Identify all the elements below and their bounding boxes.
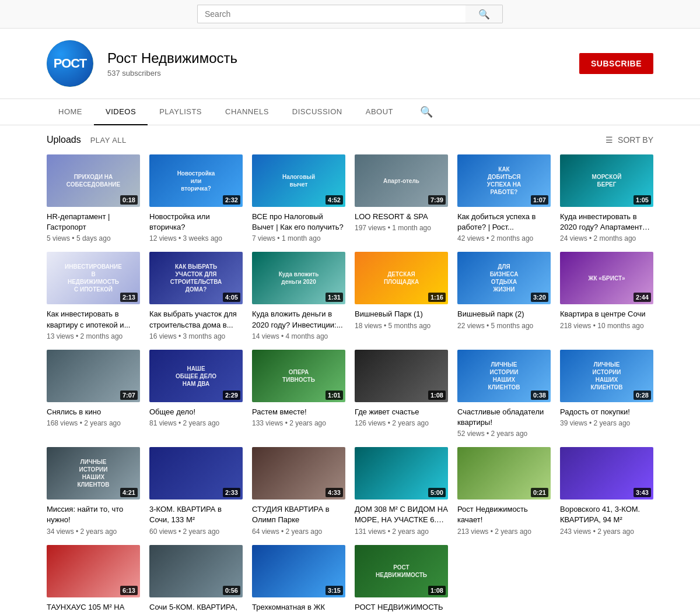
video-thumbnail: КАК ВЫБРАТЬ УЧАСТОК ДЛЯ СТРОИТЕЛЬСТВА ДО… bbox=[149, 252, 243, 304]
thumb-overlay-text: КАК ВЫБРАТЬ УЧАСТОК ДЛЯ СТРОИТЕЛЬСТВА ДО… bbox=[168, 261, 224, 296]
video-card[interactable]: ЛИЧНЫЕ ИСТОРИИ НАШИХ КЛИЕНТОВ 0:28 Радос… bbox=[560, 350, 653, 438]
video-meta: 168 views • 2 years ago bbox=[47, 419, 140, 427]
video-meta: 12 views • 3 weeks ago bbox=[149, 234, 243, 242]
video-meta: 126 views • 2 years ago bbox=[355, 419, 448, 427]
video-thumbnail: ЖК «БРИСТ» 2:44 bbox=[560, 252, 653, 304]
video-card[interactable]: ЛИЧНЫЕ ИСТОРИИ НАШИХ КЛИЕНТОВ 4:21 Мисси… bbox=[47, 447, 140, 535]
channel-nav: HOME VIDEOS PLAYLISTS CHANNELS DISCUSSIO… bbox=[0, 99, 700, 125]
video-card[interactable]: Апарт-отель 7:39 LOO RESORT & SPA 197 vi… bbox=[355, 154, 448, 242]
video-thumbnail: Куда вложить деньги 2020 1:31 bbox=[252, 252, 345, 304]
video-card[interactable]: 0:21 Рост Недвижимость качает! 213 views… bbox=[457, 447, 551, 535]
video-card[interactable]: ДЕТСКАЯ ПЛОЩАДКА 1:16 Вишневый Парк (1) … bbox=[355, 252, 448, 340]
video-card[interactable]: 6:13 ТАУНХАУС 105 М² НА УЧАСТКЕ 40 СОТ. … bbox=[47, 545, 140, 613]
tab-videos[interactable]: VIDEOS bbox=[94, 99, 148, 125]
video-card[interactable]: 7:07 Снялись в кино 168 views • 2 years … bbox=[47, 350, 140, 438]
subscribe-button[interactable]: SUBSCRIBE bbox=[579, 53, 653, 74]
thumb-overlay-text bbox=[296, 471, 301, 476]
channel-header: РОСТ Рост Недвижимость 537 subscribers S… bbox=[0, 29, 700, 99]
video-title: LOO RESORT & SPA bbox=[355, 212, 448, 222]
thumb-overlay-text: ЛИЧНЫЕ ИСТОРИИ НАШИХ КЛИЕНТОВ bbox=[70, 456, 117, 491]
thumb-overlay-text: ДЕТСКАЯ ПЛОЩАДКА bbox=[378, 268, 425, 288]
search-input[interactable] bbox=[197, 5, 466, 23]
tab-channels[interactable]: CHANNELS bbox=[214, 99, 281, 125]
video-title: Вишневый Парк (1) bbox=[355, 309, 448, 319]
video-duration: 1:05 bbox=[634, 195, 651, 205]
video-card[interactable]: Новостройка или вторичка? 2:32 Новострой… bbox=[149, 154, 243, 242]
tab-playlists[interactable]: PLAYLISTS bbox=[148, 99, 214, 125]
video-duration: 3:20 bbox=[531, 293, 548, 302]
video-duration: 5:00 bbox=[428, 488, 446, 497]
thumb-overlay-text bbox=[399, 374, 404, 378]
video-duration: 1:01 bbox=[326, 391, 343, 400]
video-duration: 4:05 bbox=[223, 293, 240, 302]
video-meta: 52 views • 2 years ago bbox=[457, 430, 551, 438]
video-title: Миссия: найти то, что нужно! bbox=[47, 504, 140, 525]
play-all-button[interactable]: PLAY ALL bbox=[90, 136, 127, 145]
video-duration: 0:21 bbox=[531, 488, 548, 497]
video-card[interactable]: ОПЕРА ТИВНОСТЬ 1:01 Растем вместе! 133 v… bbox=[252, 350, 345, 438]
video-duration: 1:08 bbox=[428, 586, 446, 595]
video-card[interactable]: Куда вложить деньги 2020 1:31 Куда вложи… bbox=[252, 252, 345, 340]
video-card[interactable]: ПРИХОДИ НА СОБЕСЕДОВАНИЕ 0:18 HR-департа… bbox=[47, 154, 140, 242]
video-meta: 64 views • 2 years ago bbox=[252, 527, 345, 536]
sort-icon: ☰ bbox=[606, 135, 613, 145]
video-card[interactable]: МОРСКОЙ БЕРЕГ 1:05 Куда инвестировать в … bbox=[560, 154, 653, 242]
video-thumbnail: 3:15 bbox=[252, 545, 345, 597]
video-title: Где живет счастье bbox=[355, 407, 448, 417]
video-duration: 4:21 bbox=[120, 488, 138, 497]
video-meta: 16 views • 3 months ago bbox=[149, 332, 243, 340]
video-title: Куда инвестировать в 2020 году? Апартаме… bbox=[560, 212, 653, 233]
video-duration: 3:15 bbox=[326, 586, 343, 595]
video-meta: 213 views • 2 years ago bbox=[457, 527, 551, 536]
video-duration: 3:43 bbox=[634, 488, 651, 497]
tab-about[interactable]: ABOUT bbox=[354, 99, 405, 125]
video-card[interactable]: КАК ДОБИТЬСЯ УСПЕХА НА РАБОТЕ? 1:07 Как … bbox=[457, 154, 551, 242]
thumb-overlay-text bbox=[91, 569, 96, 574]
video-card[interactable]: Налоговый вычет 4:52 ВСЕ про Налоговый В… bbox=[252, 154, 345, 242]
video-meta: 13 views • 2 months ago bbox=[47, 332, 140, 340]
video-duration: 2:32 bbox=[223, 195, 240, 205]
video-title: Куда вложить деньги в 2020 году? Инвести… bbox=[252, 309, 345, 330]
video-card[interactable]: 0:56 Сочи 5-КОМ. КВАРТИРА, 286 М² 36 vie… bbox=[149, 545, 243, 613]
video-title: Счастливые обладатели квартиры! bbox=[457, 407, 551, 428]
video-card[interactable]: ЖК «БРИСТ» 2:44 Квартира в центре Сочи 2… bbox=[560, 252, 653, 340]
video-meta: 24 views • 2 months ago bbox=[560, 234, 653, 242]
video-meta: 14 views • 4 months ago bbox=[252, 332, 345, 340]
video-meta: 131 views • 2 years ago bbox=[355, 527, 448, 536]
uploads-label: Uploads bbox=[47, 135, 81, 145]
video-meta: 5 views • 5 days ago bbox=[47, 234, 140, 242]
video-title: Как выбрать участок для строительства до… bbox=[149, 309, 243, 330]
video-card[interactable]: 4:33 СТУДИЯ КВАРТИРА в Олимп Парке 64 vi… bbox=[252, 447, 345, 535]
video-card[interactable]: НАШЕ ОБЩЕЕ ДЕЛО НАМ ДВА 2:29 Общее дело!… bbox=[149, 350, 243, 438]
search-button[interactable]: 🔍 bbox=[466, 5, 503, 23]
video-card[interactable]: ИНВЕСТИРОВАНИЕ В НЕДВИЖИМОСТЬ С ИПОТЕКОЙ… bbox=[47, 252, 140, 340]
video-card[interactable]: КАК ВЫБРАТЬ УЧАСТОК ДЛЯ СТРОИТЕЛЬСТВА ДО… bbox=[149, 252, 243, 340]
video-card[interactable]: 2:33 3-КОМ. КВАРТИРА в Сочи, 133 М² 60 v… bbox=[149, 447, 243, 535]
video-thumbnail: 6:13 bbox=[47, 545, 140, 597]
video-duration: 1:31 bbox=[326, 293, 343, 302]
video-duration: 7:07 bbox=[120, 391, 138, 400]
video-card[interactable]: РОСТ НЕДВИЖИМОСТЬ 1:08 РОСТ НЕДВИЖИМОСТЬ… bbox=[355, 545, 448, 613]
sort-by-control[interactable]: ☰ SORT BY bbox=[606, 135, 653, 145]
video-duration: 4:52 bbox=[326, 195, 343, 205]
thumb-overlay-text bbox=[296, 569, 301, 574]
video-title: Рост Недвижимость качает! bbox=[457, 504, 551, 525]
nav-search-icon[interactable]: 🔍 bbox=[414, 100, 439, 124]
video-card[interactable]: ЛИЧНЫЕ ИСТОРИИ НАШИХ КЛИЕНТОВ 0:38 Счаст… bbox=[457, 350, 551, 438]
channel-subscribers: 537 subscribers bbox=[107, 69, 579, 78]
video-title: Трехкомнатная в ЖК Новая Александрия bbox=[252, 602, 345, 613]
video-card[interactable]: 1:08 Где живет счастье 126 views • 2 yea… bbox=[355, 350, 448, 438]
tab-discussion[interactable]: DISCUSSION bbox=[281, 99, 354, 125]
video-thumbnail: 4:33 bbox=[252, 447, 345, 500]
search-bar: 🔍 bbox=[0, 0, 700, 29]
video-thumbnail: 5:00 bbox=[355, 447, 448, 500]
thumb-overlay-text: Апарт-отель bbox=[381, 175, 422, 187]
video-card[interactable]: ДЛЯ БИЗНЕСА ОТДЫХА ЖИЗНИ 3:20 Вишневый п… bbox=[457, 252, 551, 340]
video-card[interactable]: 3:43 Воровского 41, 3-КОМ. КВАРТИРА, 94 … bbox=[560, 447, 653, 535]
tab-home[interactable]: HOME bbox=[47, 99, 94, 125]
video-card[interactable]: 5:00 ДОМ 308 М² С ВИДОМ НА МОРЕ, НА УЧАС… bbox=[355, 447, 448, 535]
video-card[interactable]: 3:15 Трехкомнатная в ЖК Новая Александри… bbox=[252, 545, 345, 613]
video-title: РОСТ НЕДВИЖИМОСТЬ bbox=[355, 602, 448, 613]
thumb-overlay-text bbox=[502, 471, 506, 476]
video-thumbnail: Новостройка или вторичка? 2:32 bbox=[149, 154, 243, 207]
